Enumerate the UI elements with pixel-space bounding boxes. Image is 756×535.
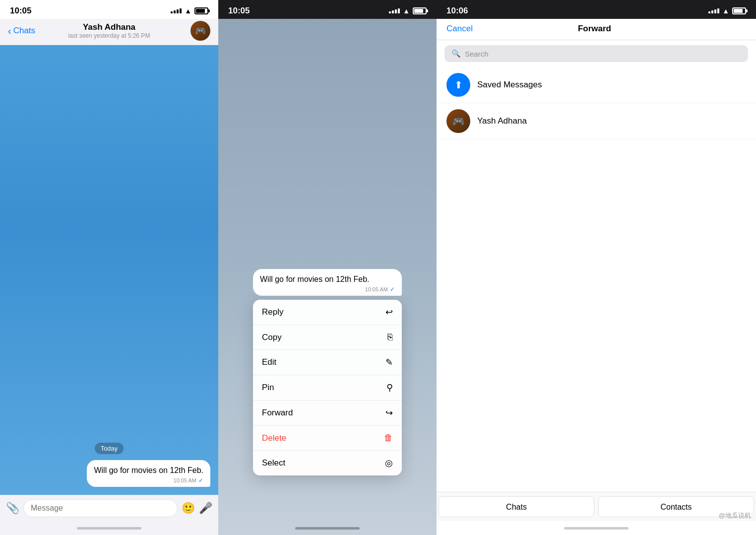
message-input[interactable] [23,499,178,517]
context-forward[interactable]: Forward ↪ [253,401,402,426]
battery-icon-1 [194,7,208,14]
wifi-icon-2: ▲ [403,7,410,15]
context-select[interactable]: Select ◎ [253,451,402,475]
status-time-3: 10:06 [446,6,468,16]
status-time-2: 10:05 [228,6,250,16]
avatar-1[interactable]: 🎮 [190,21,210,41]
delete-icon: 🗑 [384,433,393,443]
forward-nav: Cancel Forward [437,19,756,40]
signal-icon-2 [389,8,400,13]
tab-chats[interactable]: Chats [439,496,594,517]
wifi-icon-3: ▲ [722,7,729,15]
home-bar-3 [564,527,629,530]
status-time-1: 10:05 [10,6,31,16]
message-bubble-1: Will go for movies on 12th Feb. 10:05 AM… [87,460,210,487]
battery-icon-2 [413,7,427,14]
watermark: @地瓜说机 [719,511,751,520]
pin-label: Pin [262,383,274,393]
contact-name-1: Yash Adhana [83,22,135,32]
context-content: Will go for movies on 12th Feb. 10:05 AM… [253,269,402,475]
chevron-left-icon: ‹ [8,25,11,37]
message-time-1: 10:05 AM [174,477,196,483]
message-time-2: 10:05 AM [365,286,388,292]
message-meta-2: 10:05 AM ✓ [260,286,395,293]
status-bar-2: 10:05 ▲ [218,0,437,19]
back-label[interactable]: Chats [13,26,35,36]
contact-list: ⬆ Saved Messages 🎮 Yash Adhana [437,67,756,492]
copy-icon: ⎘ [387,332,393,342]
saved-messages-name: Saved Messages [477,80,542,90]
contact-yash[interactable]: 🎮 Yash Adhana [437,103,756,139]
message-meta-1: 10:05 AM ✓ [94,477,203,484]
chat-area-1: Today Will go for movies on 12th Feb. 10… [0,45,218,495]
panel-chat: 10:05 ▲ ‹ Chats Yash Adhana last seen ye… [0,0,218,535]
home-bar-2 [295,527,360,530]
cancel-button[interactable]: Cancel [446,24,473,34]
context-reply[interactable]: Reply ↩ [253,300,402,325]
date-badge: Today [95,443,124,454]
panel-context: 10:05 ▲ Will go for movies on 12th Feb. … [218,0,437,535]
context-menu: Reply ↩ Copy ⎘ Edit ✎ Pin ⚲ Forward ↪ De… [253,300,402,475]
back-button-1[interactable]: ‹ Chats [8,25,35,37]
input-bar-1: 📎 🙂 🎤 [0,495,218,521]
home-indicator-2 [218,521,437,535]
context-pin[interactable]: Pin ⚲ [253,375,402,401]
status-icons-1: ▲ [171,7,208,15]
panel-forward: 10:06 ▲ Cancel Forward 🔍 Search ⬆ [437,0,756,535]
search-placeholder: Search [465,50,489,58]
status-icons-3: ▲ [708,7,746,15]
yash-avatar: 🎮 [446,109,470,133]
edit-icon: ✎ [385,357,393,368]
nav-center-1: Yash Adhana last seen yesterday at 5:26 … [68,22,150,39]
home-bar-1 [77,527,141,530]
copy-label: Copy [262,333,282,342]
select-icon: ◎ [385,458,393,468]
message-text-2: Will go for movies on 12th Feb. [260,274,395,285]
edit-label: Edit [262,357,276,367]
message-text-1: Will go for movies on 12th Feb. [94,465,203,476]
forward-title: Forward [578,24,611,34]
status-bar-3: 10:06 ▲ [437,0,756,19]
search-icon: 🔍 [451,49,461,58]
reply-label: Reply [262,307,283,317]
saved-messages-avatar: ⬆ [446,73,470,97]
delete-label: Delete [262,433,286,443]
signal-icon [171,8,182,13]
search-bar[interactable]: 🔍 Search [444,45,748,62]
bottom-tabs: Chats Contacts [437,492,756,521]
last-seen-1: last seen yesterday at 5:26 PM [68,32,150,39]
home-indicator-3 [437,521,756,535]
context-copy[interactable]: Copy ⎘ [253,325,402,350]
sticker-icon[interactable]: 🙂 [182,502,195,515]
signal-icon-3 [708,8,719,13]
nav-bar-1: ‹ Chats Yash Adhana last seen yesterday … [0,19,218,45]
message-bubble-2: Will go for movies on 12th Feb. 10:05 AM… [253,269,402,296]
message-check-2: ✓ [390,286,395,293]
mic-icon[interactable]: 🎤 [199,502,212,515]
battery-icon-3 [732,7,746,14]
contact-saved-messages[interactable]: ⬆ Saved Messages [437,67,756,103]
context-delete[interactable]: Delete 🗑 [253,426,402,451]
status-bar-1: 10:05 ▲ [0,0,218,19]
forward-icon: ↪ [385,407,393,418]
yash-name: Yash Adhana [477,116,527,126]
attachment-icon[interactable]: 📎 [6,502,19,515]
context-edit[interactable]: Edit ✎ [253,350,402,375]
home-indicator-1 [0,521,218,535]
forward-label: Forward [262,408,293,418]
pin-icon: ⚲ [386,382,393,393]
wifi-icon-1: ▲ [185,7,191,15]
reply-icon: ↩ [385,307,393,318]
status-icons-2: ▲ [389,7,427,15]
message-check-1: ✓ [198,477,203,484]
select-label: Select [262,458,285,468]
